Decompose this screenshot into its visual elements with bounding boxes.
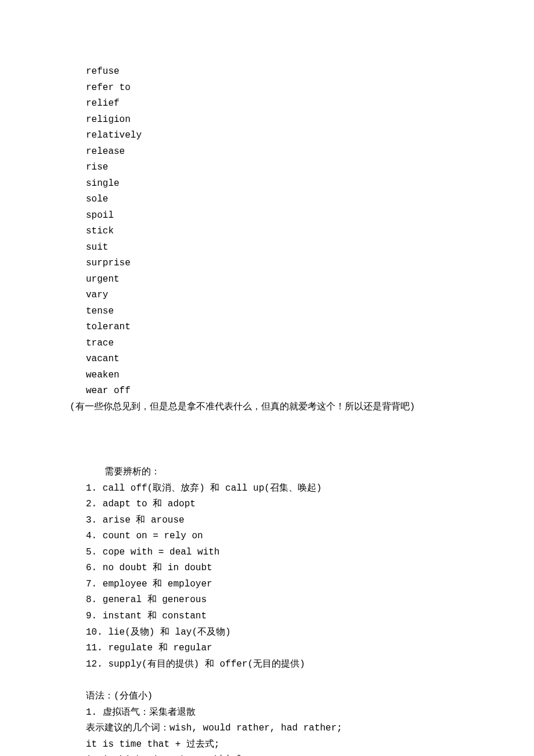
spacer [86, 672, 464, 689]
comparison-heading: 需要辨析的： [104, 465, 464, 481]
comparison-item: 4. count on = rely on [86, 528, 464, 545]
comparison-item: 1. call off(取消、放弃) 和 call up(召集、唤起) [86, 481, 464, 497]
word-item: stick [86, 224, 464, 240]
comparison-item: 12. supply(有目的提供) 和 offer(无目的提供) [86, 657, 464, 673]
word-list: refuse refer to relief religion relative… [86, 64, 464, 399]
word-item: wear off [86, 383, 464, 399]
word-item: refuse [86, 64, 464, 80]
word-item: trace [86, 336, 464, 352]
grammar-line: it is time that + 过去式; [86, 737, 464, 753]
spacer [86, 415, 464, 465]
word-item: refer to [86, 80, 464, 96]
comparison-item: 11. regulate 和 regular [86, 640, 464, 657]
comparison-item: 2. adapt to 和 adopt [86, 496, 464, 513]
grammar-heading: 语法：(分值小) [86, 689, 464, 705]
word-item: urgent [86, 272, 464, 288]
grammar-line: 表示建议的几个词：wish, would rather, had rather; [86, 721, 464, 737]
word-item: rise [86, 160, 464, 176]
word-item: sole [86, 192, 464, 208]
word-item: tolerant [86, 319, 464, 336]
comparison-section: 需要辨析的： 1. call off(取消、放弃) 和 call up(召集、唤… [86, 465, 464, 672]
grammar-line: 1. 虚拟语气：采集者退散 [86, 705, 464, 721]
word-item: surprise [86, 255, 464, 272]
word-item: relatively [86, 128, 464, 144]
comparison-item: 7. employee 和 employer [86, 577, 464, 593]
grammar-section: 语法：(分值小) 1. 虚拟语气：采集者退散 表示建议的几个词：wish, wo… [86, 689, 464, 756]
comparison-item: 9. instant 和 constant [86, 609, 464, 625]
word-item: weaken [86, 368, 464, 384]
note-text: (有一些你总见到，但是总是拿不准代表什么，但真的就爱考这个！所以还是背背吧) [70, 399, 464, 416]
word-item: release [86, 144, 464, 160]
word-item: suit [86, 240, 464, 256]
comparison-item: 8. general 和 generous [86, 592, 464, 609]
word-item: relief [86, 96, 464, 112]
comparison-item: 10. lie(及物) 和 lay(不及物) [86, 625, 464, 641]
grammar-line: it is high time that + 过去式; [86, 753, 464, 756]
word-item: single [86, 176, 464, 192]
word-item: vary [86, 287, 464, 304]
comparison-item: 5. cope with = deal with [86, 545, 464, 561]
document-page: refuse refer to relief religion relative… [0, 0, 534, 756]
word-item: spoil [86, 208, 464, 224]
comparison-item: 6. no doubt 和 in doubt [86, 560, 464, 577]
word-item: religion [86, 112, 464, 128]
word-item: tense [86, 304, 464, 320]
comparison-item: 3. arise 和 arouse [86, 513, 464, 529]
word-item: vacant [86, 351, 464, 368]
